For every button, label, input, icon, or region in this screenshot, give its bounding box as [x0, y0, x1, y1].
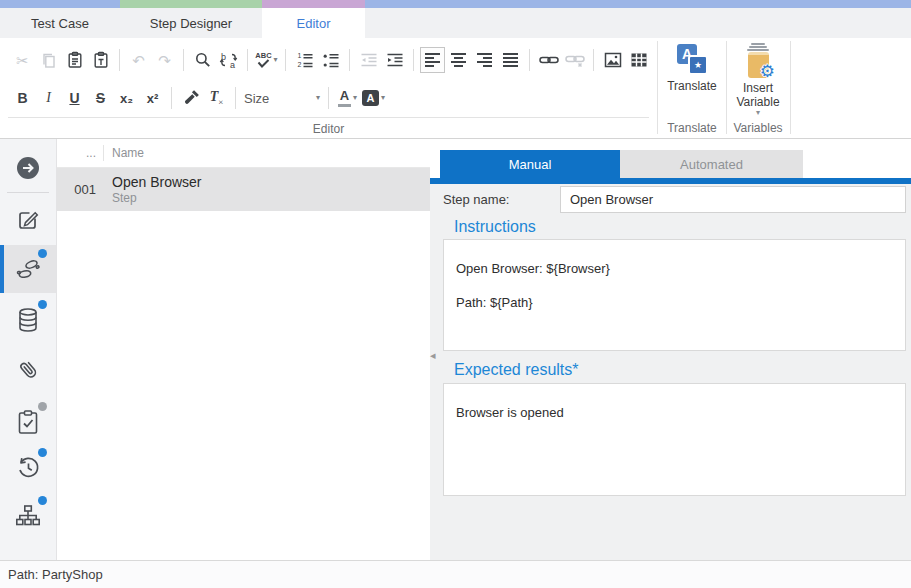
column-header-name[interactable]: Name — [104, 146, 144, 160]
step-name-input[interactable] — [560, 186, 906, 213]
toolbar-separator — [119, 49, 120, 71]
app-window: Test Case Step Designer Editor ✂ — [0, 0, 911, 588]
clear-formatting-button[interactable]: T× — [204, 85, 229, 111]
search-button[interactable] — [190, 47, 215, 73]
font-color-icon: A — [338, 89, 351, 107]
bullet-list-icon — [322, 51, 340, 69]
tab-color-strip — [120, 0, 262, 8]
tab-manual[interactable]: Manual — [440, 150, 620, 178]
bullet-list-button[interactable] — [318, 47, 343, 73]
numbered-list-button[interactable]: 12 — [292, 47, 317, 73]
spellcheck-button[interactable]: ABC ▾ — [254, 47, 279, 73]
tab-step-designer-label: Step Designer — [150, 16, 232, 31]
tab-editor[interactable]: Editor — [262, 0, 365, 38]
align-right-icon — [477, 53, 492, 67]
strikethrough-button[interactable]: S — [88, 85, 113, 111]
toolbar-separator — [285, 49, 286, 71]
checklist-icon — [16, 409, 40, 435]
gear-icon: ⚙ — [760, 63, 775, 80]
step-subtitle: Step — [112, 191, 201, 206]
insert-image-button[interactable] — [600, 47, 625, 73]
subscript-button[interactable]: x₂ — [114, 85, 139, 111]
undo-button[interactable]: ↶ — [126, 47, 151, 73]
column-header-number[interactable]: ... — [57, 146, 103, 160]
copy-button[interactable] — [36, 47, 61, 73]
paste-button[interactable] — [62, 47, 87, 73]
sidebar-item-hierarchy[interactable] — [0, 492, 56, 540]
tab-test-case[interactable]: Test Case — [0, 0, 120, 38]
paintbrush-icon — [182, 89, 200, 107]
insert-table-button[interactable] — [626, 47, 651, 73]
fill-color-icon: A — [362, 90, 379, 106]
numbered-list-icon: 12 — [296, 51, 314, 69]
sidebar-item-forward[interactable] — [0, 144, 56, 192]
image-icon — [604, 51, 622, 69]
sidebar-item-edit[interactable] — [0, 196, 56, 244]
sidebar-item-attachments[interactable] — [0, 345, 56, 393]
sidebar-item-review[interactable] — [0, 398, 56, 446]
translate-button[interactable]: A ★ Translate — [660, 43, 724, 93]
chevron-down-icon: ▾ — [756, 110, 760, 116]
fill-color-button[interactable]: A ▾ — [361, 85, 386, 111]
steps-list: ... Name 001 Open Browser Step — [57, 139, 430, 560]
redo-icon: ↷ — [158, 53, 171, 68]
collapse-panel-handle[interactable]: ◂ — [430, 350, 436, 361]
table-icon — [630, 51, 648, 69]
redo-button[interactable]: ↷ — [152, 47, 177, 73]
cut-icon: ✂ — [16, 53, 29, 68]
italic-button[interactable]: I — [36, 85, 61, 111]
tab-color-strip — [262, 0, 365, 8]
ribbon-row-1: ✂ ↶ ↷ ba ABC — [10, 47, 651, 73]
toolbar-separator — [328, 87, 329, 109]
copy-icon — [40, 51, 58, 69]
insert-variable-button[interactable]: ⚙ Insert Variable ▾ — [727, 43, 789, 116]
align-center-button[interactable] — [446, 47, 471, 73]
underline-button[interactable]: U — [62, 85, 87, 111]
paste-text-icon — [92, 51, 110, 69]
align-right-button[interactable] — [472, 47, 497, 73]
toolbar-separator — [171, 87, 172, 109]
remove-link-button[interactable] — [562, 47, 587, 73]
insert-link-button[interactable] — [536, 47, 561, 73]
hierarchy-icon — [15, 504, 41, 528]
cut-button[interactable]: ✂ — [10, 47, 35, 73]
superscript-button[interactable]: x² — [140, 85, 165, 111]
sidebar-item-history[interactable] — [0, 444, 56, 492]
tab-color-strip — [365, 0, 911, 8]
spellcheck-icon: ABC — [255, 52, 271, 69]
step-number: 001 — [57, 182, 103, 197]
list-item-step[interactable]: 001 Open Browser Step — [57, 168, 430, 211]
undo-icon: ↶ — [132, 53, 145, 68]
tab-step-designer[interactable]: Step Designer — [120, 0, 262, 38]
document-tab-bar: Test Case Step Designer Editor — [0, 0, 911, 38]
steps-icon — [15, 256, 42, 283]
instructions-editor[interactable]: Open Browser: ${Browser} Path: ${Path} — [443, 239, 906, 351]
chevron-down-icon: ▾ — [353, 94, 357, 102]
align-left-button[interactable] — [420, 47, 445, 73]
link-icon — [539, 51, 559, 69]
ribbon-group-label-translate: Translate — [659, 121, 725, 135]
navigation-sidebar — [0, 139, 57, 560]
sidebar-item-data[interactable] — [0, 296, 56, 344]
font-color-button[interactable]: A ▾ — [335, 85, 360, 111]
increase-indent-button[interactable] — [382, 47, 407, 73]
justify-button[interactable] — [498, 47, 523, 73]
chevron-down-icon: ▾ — [316, 94, 320, 102]
step-title: Open Browser — [112, 174, 201, 191]
svg-text:a: a — [230, 60, 235, 70]
unlink-icon — [565, 51, 585, 69]
instruction-line: Open Browser: ${Browser} — [456, 261, 893, 276]
decrease-indent-button[interactable] — [356, 47, 381, 73]
replace-icon: ba — [219, 51, 238, 69]
expected-results-editor[interactable]: Browser is opened — [443, 383, 906, 496]
replace-button[interactable]: ba — [216, 47, 241, 73]
tab-automated[interactable]: Automated — [620, 150, 803, 178]
font-size-dropdown[interactable]: Size ▾ — [242, 91, 322, 106]
sidebar-item-steps[interactable] — [0, 245, 56, 293]
tab-bar-filler — [365, 0, 911, 38]
format-painter-button[interactable] — [178, 85, 203, 111]
ribbon-group-separator — [790, 41, 791, 134]
bold-button[interactable]: B — [10, 85, 35, 111]
tab-color-strip — [0, 0, 120, 8]
paste-as-text-button[interactable] — [88, 47, 113, 73]
